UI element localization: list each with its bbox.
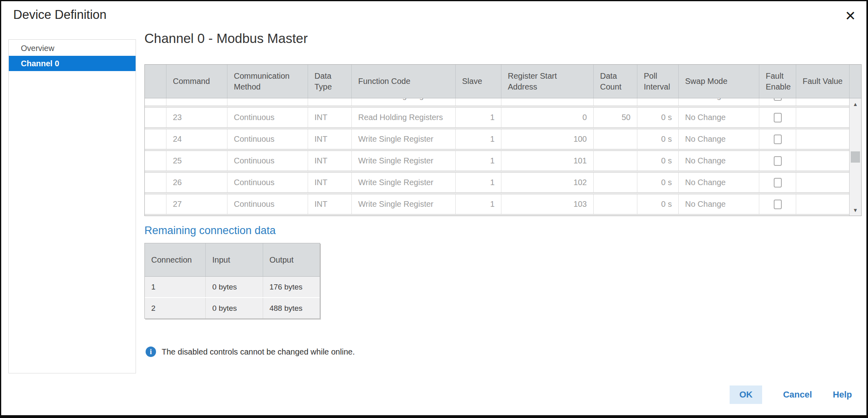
cell-function-code: Write Single Register — [351, 151, 455, 171]
cell-communication-method: Continuous — [227, 194, 308, 214]
cell-swap-mode: No Change — [678, 129, 759, 149]
row-selector-cell[interactable] — [145, 129, 166, 149]
row-selector-cell[interactable] — [145, 194, 166, 214]
cell-slave: 1 — [455, 173, 501, 192]
sidebar-nav: OverviewChannel 0 — [8, 39, 136, 373]
cell-swap-mode: No Change — [678, 173, 759, 192]
connection-cell: 1 — [145, 277, 205, 297]
cell-data-type: INT — [308, 194, 351, 214]
table-row: 27ContinuousINTWrite Single Register1103… — [145, 194, 849, 214]
scroll-up-icon[interactable]: ▲ — [850, 98, 861, 110]
cell-communication-method: Continuous — [227, 173, 308, 192]
connection-cell: 0 bytes — [205, 298, 262, 318]
fault-enable-checkbox[interactable] — [774, 200, 782, 209]
fault-enable-cell — [759, 173, 796, 192]
cell-swap-mode: No Change — [678, 98, 759, 106]
info-icon: i — [146, 347, 156, 357]
column-header-communication_method: Communication Method — [227, 65, 308, 98]
cell-slave: 1 — [455, 151, 501, 171]
column-header-data_count: Data Count — [593, 65, 637, 98]
cell-poll-interval: 0 s — [637, 98, 678, 106]
cancel-button[interactable]: Cancel — [783, 389, 812, 400]
cell-register-start-address: 0 — [501, 108, 593, 127]
connection-section-title: Remaining connection data — [144, 224, 276, 237]
footer-actions: OK Cancel Help — [730, 385, 852, 404]
cell-function-code: Read Holding Registers — [351, 98, 455, 106]
page-title: Channel 0 - Modbus Master — [144, 31, 308, 46]
command-table: CommandCommunication MethodData TypeFunc… — [144, 64, 862, 216]
row-selector-cell[interactable] — [145, 108, 166, 127]
connection-table: ConnectionInputOutput 10 bytes176 bytes2… — [144, 243, 320, 319]
cell-data-type: INT — [308, 108, 351, 127]
cell-command: 23 — [166, 108, 227, 127]
cell-function-code: Write Single Register — [351, 129, 455, 149]
table-row: 26ContinuousINTWrite Single Register1102… — [145, 172, 849, 193]
cell-fault-value — [796, 108, 849, 127]
table-row: 22ContinuousINTRead Holding Registers101… — [145, 98, 849, 106]
cell-communication-method: Continuous — [227, 151, 308, 171]
info-note-text: The disabled controls cannot be changed … — [162, 347, 355, 357]
cell-fault-value — [796, 151, 849, 171]
cell-data-count — [593, 129, 637, 149]
fault-enable-checkbox[interactable] — [774, 178, 782, 188]
help-button[interactable]: Help — [833, 389, 852, 400]
cell-poll-interval: 0 s — [637, 151, 678, 171]
connection-table-body: 10 bytes176 bytes20 bytes488 bytes — [145, 277, 320, 318]
sidebar-item-channel-0[interactable]: Channel 0 — [9, 56, 136, 71]
row-selector-cell[interactable] — [145, 151, 166, 171]
fault-enable-checkbox[interactable] — [774, 98, 782, 101]
cell-function-code: Write Single Register — [351, 173, 455, 192]
cell-poll-interval: 0 s — [637, 194, 678, 214]
cell-function-code: Write Single Register — [351, 194, 455, 214]
table-row: 24ContinuousINTWrite Single Register1100… — [145, 129, 849, 149]
cell-communication-method: Continuous — [227, 129, 308, 149]
cell-command: 25 — [166, 151, 227, 171]
cell-register-start-address: 0 — [501, 98, 593, 106]
cell-data-count: 50 — [593, 108, 637, 127]
table-row: 23ContinuousINTRead Holding Registers105… — [145, 107, 849, 128]
column-header-function_code: Function Code — [351, 65, 455, 98]
scrollbar-thumb[interactable] — [851, 151, 860, 163]
cell-function-code: Read Holding Registers — [351, 108, 455, 127]
info-note-row: i The disabled controls cannot be change… — [146, 347, 355, 357]
cell-command: 27 — [166, 194, 227, 214]
cell-fault-value — [796, 129, 849, 149]
fault-enable-checkbox[interactable] — [774, 135, 782, 144]
sidebar-item-overview[interactable]: Overview — [9, 41, 136, 56]
cell-communication-method: Continuous — [227, 98, 308, 106]
row-selector-cell[interactable] — [145, 173, 166, 192]
vertical-scrollbar[interactable]: ▲ ▼ — [849, 98, 861, 216]
column-header-swap_mode: Swap Mode — [678, 65, 759, 98]
connection-cell: 0 bytes — [205, 277, 262, 297]
column-header-fault_value: Fault Value — [796, 65, 849, 98]
connection-cell: 2 — [145, 298, 205, 318]
cell-data-count: 10 — [593, 98, 637, 106]
cell-data-type: INT — [308, 173, 351, 192]
cell-data-count — [593, 194, 637, 214]
connection-table-header: ConnectionInputOutput — [145, 243, 320, 277]
command-table-viewport[interactable]: 22ContinuousINTRead Holding Registers101… — [145, 98, 849, 216]
connection-cell: 176 bytes — [263, 277, 320, 297]
scroll-down-icon[interactable]: ▼ — [850, 204, 861, 216]
cell-swap-mode: No Change — [678, 151, 759, 171]
column-header-data_type: Data Type — [308, 65, 351, 98]
command-table-rows: 22ContinuousINTRead Holding Registers101… — [145, 98, 849, 214]
ok-button[interactable]: OK — [730, 385, 762, 404]
cell-data-count — [593, 151, 637, 171]
connection-row: 20 bytes488 bytes — [145, 298, 320, 318]
cell-fault-value — [796, 98, 849, 106]
close-icon[interactable]: ✕ — [845, 9, 856, 22]
column-header-slave: Slave — [455, 65, 501, 98]
connection-row: 10 bytes176 bytes — [145, 277, 320, 297]
row-selector-cell[interactable] — [145, 98, 166, 106]
fault-enable-cell — [759, 129, 796, 149]
cell-fault-value — [796, 173, 849, 192]
fault-enable-checkbox[interactable] — [774, 156, 782, 166]
fault-enable-cell — [759, 108, 796, 127]
device-definition-dialog: Device Definition ✕ OverviewChannel 0 Ch… — [0, 0, 868, 418]
cell-slave: 1 — [455, 98, 501, 106]
fault-enable-checkbox[interactable] — [774, 113, 782, 122]
cell-slave: 1 — [455, 194, 501, 214]
cell-poll-interval: 0 s — [637, 129, 678, 149]
cell-register-start-address: 103 — [501, 194, 593, 214]
